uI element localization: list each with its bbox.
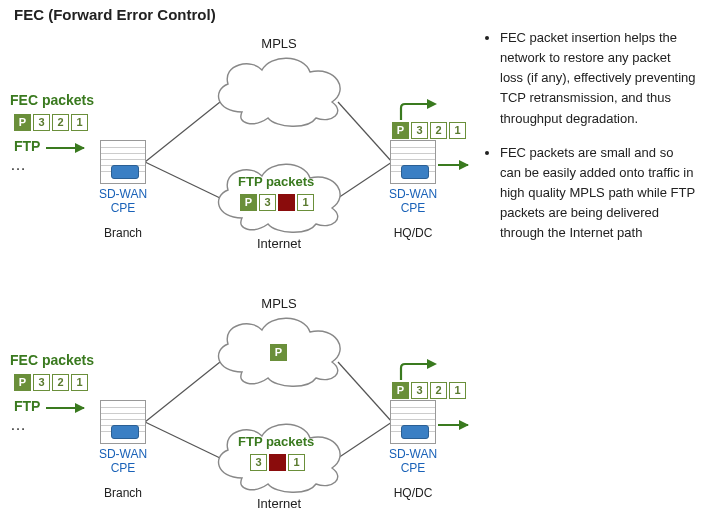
- packet-3: 3: [411, 382, 428, 399]
- packet-3: 3: [33, 114, 50, 131]
- ellipsis-icon: …: [10, 156, 26, 174]
- description-panel: FEC packet insertion helps the network t…: [486, 28, 696, 257]
- branch-cpe-label: SD-WAN CPE: [86, 448, 160, 476]
- hq-site-label: HQ/DC: [380, 226, 446, 240]
- internet-label: Internet: [204, 496, 354, 511]
- branch-cpe: SD-WAN CPE: [100, 140, 146, 184]
- packet-p: P: [392, 382, 409, 399]
- bullet-1: FEC packet insertion helps the network t…: [500, 28, 696, 129]
- diagram-bottom: FEC packets P 3 2 1 FTP … SD-WAN CPE Bra…: [0, 290, 480, 510]
- packet-2: 2: [430, 122, 447, 139]
- dest-packet-row: P 3 2 1: [392, 122, 466, 139]
- branch-cpe-label: SD-WAN CPE: [86, 188, 160, 216]
- hq-cpe: SD-WAN CPE: [390, 400, 436, 444]
- branch-site-label: Branch: [96, 226, 150, 240]
- packet-p: P: [240, 194, 257, 211]
- hq-cpe: SD-WAN CPE: [390, 140, 436, 184]
- source-packet-row: P 3 2 1: [14, 374, 88, 391]
- internet-label: Internet: [204, 236, 354, 251]
- fec-packets-label: FEC packets: [10, 352, 94, 368]
- packet-1: 1: [297, 194, 314, 211]
- packet-2: 2: [430, 382, 447, 399]
- mpls-label: MPLS: [204, 296, 354, 311]
- packet-1: 1: [288, 454, 305, 471]
- packet-lost-icon: [278, 194, 295, 211]
- ftp-packets-label: FTP packets: [238, 434, 314, 449]
- packet-3: 3: [411, 122, 428, 139]
- output-arrow-icon: [438, 164, 468, 166]
- ftp-packets-label: FTP packets: [238, 174, 314, 189]
- packet-3: 3: [250, 454, 267, 471]
- diagram-top: FEC packets P 3 2 1 FTP … SD-WAN CPE Bra…: [0, 30, 480, 250]
- hq-cpe-label: SD-WAN CPE: [376, 448, 450, 476]
- packet-p: P: [392, 122, 409, 139]
- packet-lost-icon: [269, 454, 286, 471]
- mpls-cloud: [204, 50, 354, 128]
- internet-packet-row: 3 1: [250, 454, 305, 471]
- source-packet-row: P 3 2 1: [14, 114, 88, 131]
- restore-arrow-icon: [393, 102, 451, 124]
- dest-packet-row: P 3 2 1: [392, 382, 466, 399]
- hq-site-label: HQ/DC: [380, 486, 446, 500]
- svg-marker-4: [427, 99, 437, 109]
- packet-1: 1: [71, 114, 88, 131]
- ftp-arrow-icon: [46, 407, 84, 409]
- ellipsis-icon: …: [10, 416, 26, 434]
- packet-3: 3: [259, 194, 276, 211]
- svg-marker-9: [427, 359, 437, 369]
- packet-3: 3: [33, 374, 50, 391]
- packet-p: P: [270, 344, 287, 361]
- packet-2: 2: [52, 374, 69, 391]
- restore-arrow-icon: [393, 362, 451, 384]
- internet-packet-row: P 3 1: [240, 194, 314, 211]
- output-arrow-icon: [438, 424, 468, 426]
- ftp-label: FTP: [14, 398, 40, 414]
- branch-cpe: SD-WAN CPE: [100, 400, 146, 444]
- bullet-2: FEC packets are small and so can be easi…: [500, 143, 696, 244]
- packet-2: 2: [52, 114, 69, 131]
- hq-cpe-label: SD-WAN CPE: [376, 188, 450, 216]
- mpls-label: MPLS: [204, 36, 354, 51]
- branch-site-label: Branch: [96, 486, 150, 500]
- ftp-label: FTP: [14, 138, 40, 154]
- ftp-arrow-icon: [46, 147, 84, 149]
- packet-1: 1: [71, 374, 88, 391]
- packet-1: 1: [449, 122, 466, 139]
- page-title: FEC (Forward Error Control): [14, 6, 216, 23]
- packet-1: 1: [449, 382, 466, 399]
- packet-p: P: [14, 374, 31, 391]
- mpls-packet-row: P: [270, 344, 287, 361]
- fec-packets-label: FEC packets: [10, 92, 94, 108]
- packet-p: P: [14, 114, 31, 131]
